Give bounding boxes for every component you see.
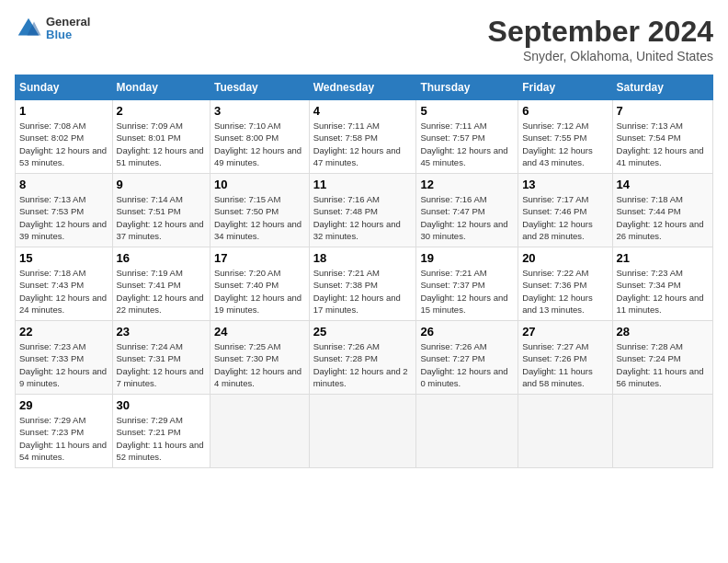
- day-info: Sunrise: 7:19 AMSunset: 7:41 PMDaylight:…: [117, 267, 206, 316]
- day-cell: 29 Sunrise: 7:29 AMSunset: 7:23 PMDaylig…: [16, 395, 113, 468]
- day-number: 8: [19, 178, 108, 191]
- day-info: Sunrise: 7:17 AMSunset: 7:46 PMDaylight:…: [522, 193, 608, 242]
- header-monday: Monday: [112, 75, 210, 100]
- day-info: Sunrise: 7:22 AMSunset: 7:36 PMDaylight:…: [522, 267, 608, 316]
- day-info: Sunrise: 7:26 AMSunset: 7:27 PMDaylight:…: [420, 340, 514, 389]
- day-cell: [210, 395, 310, 468]
- day-info: Sunrise: 7:18 AMSunset: 7:44 PMDaylight:…: [617, 193, 709, 242]
- day-info: Sunrise: 7:10 AMSunset: 8:00 PMDaylight:…: [214, 120, 305, 168]
- day-cell: 15 Sunrise: 7:18 AMSunset: 7:43 PMDaylig…: [16, 247, 113, 321]
- day-info: Sunrise: 7:15 AMSunset: 7:50 PMDaylight:…: [214, 193, 305, 242]
- day-number: 29: [19, 398, 108, 412]
- day-number: 21: [617, 251, 709, 265]
- header-wednesday: Wednesday: [309, 75, 416, 100]
- day-cell: 20 Sunrise: 7:22 AMSunset: 7:36 PMDaylig…: [518, 247, 612, 321]
- day-cell: 1 Sunrise: 7:08 AMSunset: 8:02 PMDayligh…: [16, 100, 113, 174]
- day-cell: 14 Sunrise: 7:18 AMSunset: 7:44 PMDaylig…: [612, 174, 712, 247]
- day-info: Sunrise: 7:29 AMSunset: 7:23 PMDaylight:…: [19, 414, 108, 463]
- day-number: 3: [214, 104, 305, 118]
- day-info: Sunrise: 7:21 AMSunset: 7:38 PMDaylight:…: [313, 267, 413, 316]
- day-cell: 2 Sunrise: 7:09 AMSunset: 8:01 PMDayligh…: [112, 100, 210, 174]
- week-row-5: 29 Sunrise: 7:29 AMSunset: 7:23 PMDaylig…: [16, 395, 713, 468]
- day-info: Sunrise: 7:28 AMSunset: 7:24 PMDaylight:…: [617, 340, 709, 389]
- day-number: 1: [19, 104, 108, 118]
- day-cell: 30 Sunrise: 7:29 AMSunset: 7:21 PMDaylig…: [112, 395, 210, 468]
- logo: General Blue: [15, 15, 90, 42]
- header-row: Sunday Monday Tuesday Wednesday Thursday…: [16, 75, 713, 100]
- day-info: Sunrise: 7:20 AMSunset: 7:40 PMDaylight:…: [214, 267, 305, 316]
- day-info: Sunrise: 7:24 AMSunset: 7:31 PMDaylight:…: [117, 340, 206, 389]
- day-cell: 9 Sunrise: 7:14 AMSunset: 7:51 PMDayligh…: [112, 174, 210, 247]
- day-cell: 28 Sunrise: 7:28 AMSunset: 7:24 PMDaylig…: [612, 321, 712, 395]
- day-cell: 10 Sunrise: 7:15 AMSunset: 7:50 PMDaylig…: [210, 174, 310, 247]
- week-row-4: 22 Sunrise: 7:23 AMSunset: 7:33 PMDaylig…: [16, 321, 713, 395]
- title-area: September 2024 Snyder, Oklahoma, United …: [488, 15, 713, 63]
- day-number: 27: [522, 325, 608, 339]
- day-cell: 24 Sunrise: 7:25 AMSunset: 7:30 PMDaylig…: [210, 321, 310, 395]
- day-cell: 25 Sunrise: 7:26 AMSunset: 7:28 PMDaylig…: [309, 321, 416, 395]
- day-cell: 26 Sunrise: 7:26 AMSunset: 7:27 PMDaylig…: [416, 321, 518, 395]
- day-number: 4: [313, 104, 413, 118]
- day-info: Sunrise: 7:13 AMSunset: 7:53 PMDaylight:…: [19, 193, 108, 242]
- logo-icon: [15, 15, 42, 42]
- day-cell: [612, 395, 712, 468]
- day-cell: 23 Sunrise: 7:24 AMSunset: 7:31 PMDaylig…: [112, 321, 210, 395]
- day-cell: 6 Sunrise: 7:12 AMSunset: 7:55 PMDayligh…: [518, 100, 612, 174]
- calendar-table: Sunday Monday Tuesday Wednesday Thursday…: [15, 75, 713, 468]
- day-cell: 7 Sunrise: 7:13 AMSunset: 7:54 PMDayligh…: [612, 100, 712, 174]
- day-cell: 13 Sunrise: 7:17 AMSunset: 7:46 PMDaylig…: [518, 174, 612, 247]
- day-cell: [309, 395, 416, 468]
- day-number: 22: [19, 325, 108, 339]
- day-cell: 17 Sunrise: 7:20 AMSunset: 7:40 PMDaylig…: [210, 247, 310, 321]
- day-info: Sunrise: 7:25 AMSunset: 7:30 PMDaylight:…: [214, 340, 305, 389]
- day-number: 2: [117, 104, 206, 118]
- logo-blue: Blue: [46, 29, 90, 41]
- logo-general: General: [46, 16, 90, 29]
- day-cell: [416, 395, 518, 468]
- day-number: 16: [117, 251, 206, 265]
- day-cell: 3 Sunrise: 7:10 AMSunset: 8:00 PMDayligh…: [210, 100, 310, 174]
- header-thursday: Thursday: [416, 75, 518, 100]
- day-number: 15: [19, 251, 108, 265]
- day-cell: 11 Sunrise: 7:16 AMSunset: 7:48 PMDaylig…: [309, 174, 416, 247]
- day-info: Sunrise: 7:21 AMSunset: 7:37 PMDaylight:…: [420, 267, 514, 316]
- week-row-1: 1 Sunrise: 7:08 AMSunset: 8:02 PMDayligh…: [16, 100, 713, 174]
- day-info: Sunrise: 7:18 AMSunset: 7:43 PMDaylight:…: [19, 267, 108, 316]
- day-cell: 18 Sunrise: 7:21 AMSunset: 7:38 PMDaylig…: [309, 247, 416, 321]
- day-number: 17: [214, 251, 305, 265]
- calendar-body: 1 Sunrise: 7:08 AMSunset: 8:02 PMDayligh…: [16, 100, 713, 468]
- day-number: 6: [522, 104, 608, 118]
- day-info: Sunrise: 7:12 AMSunset: 7:55 PMDaylight:…: [522, 120, 608, 168]
- day-number: 5: [420, 104, 514, 118]
- day-info: Sunrise: 7:16 AMSunset: 7:48 PMDaylight:…: [313, 193, 413, 242]
- main-title: September 2024: [488, 15, 713, 49]
- calendar-header: Sunday Monday Tuesday Wednesday Thursday…: [16, 75, 713, 100]
- header-tuesday: Tuesday: [210, 75, 310, 100]
- day-number: 28: [617, 325, 709, 339]
- day-number: 11: [313, 178, 413, 191]
- day-cell: 22 Sunrise: 7:23 AMSunset: 7:33 PMDaylig…: [16, 321, 113, 395]
- day-number: 10: [214, 178, 305, 191]
- day-number: 18: [313, 251, 413, 265]
- day-cell: 5 Sunrise: 7:11 AMSunset: 7:57 PMDayligh…: [416, 100, 518, 174]
- day-cell: [518, 395, 612, 468]
- day-info: Sunrise: 7:08 AMSunset: 8:02 PMDaylight:…: [19, 120, 108, 168]
- day-info: Sunrise: 7:13 AMSunset: 7:54 PMDaylight:…: [617, 120, 709, 168]
- day-cell: 21 Sunrise: 7:23 AMSunset: 7:34 PMDaylig…: [612, 247, 712, 321]
- day-number: 13: [522, 178, 608, 191]
- day-number: 14: [617, 178, 709, 191]
- day-number: 25: [313, 325, 413, 339]
- day-number: 23: [117, 325, 206, 339]
- day-info: Sunrise: 7:14 AMSunset: 7:51 PMDaylight:…: [117, 193, 206, 242]
- day-info: Sunrise: 7:26 AMSunset: 7:28 PMDaylight:…: [313, 340, 413, 389]
- day-number: 12: [420, 178, 514, 191]
- header-sunday: Sunday: [16, 75, 113, 100]
- day-number: 19: [420, 251, 514, 265]
- week-row-2: 8 Sunrise: 7:13 AMSunset: 7:53 PMDayligh…: [16, 174, 713, 247]
- day-number: 26: [420, 325, 514, 339]
- week-row-3: 15 Sunrise: 7:18 AMSunset: 7:43 PMDaylig…: [16, 247, 713, 321]
- day-info: Sunrise: 7:23 AMSunset: 7:34 PMDaylight:…: [617, 267, 709, 316]
- day-number: 9: [117, 178, 206, 191]
- day-number: 7: [617, 104, 709, 118]
- day-number: 20: [522, 251, 608, 265]
